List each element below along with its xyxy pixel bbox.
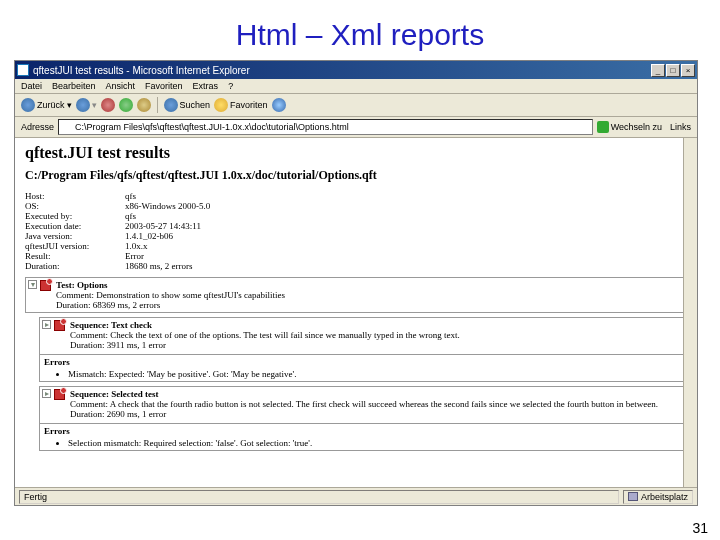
menu-item-file[interactable]: Datei [21,81,42,91]
table-row: qftestJUI version:1.0x.x [25,241,687,251]
report-subheading: C:/Program Files/qfs/qftest/qftest.JUI 1… [25,168,687,183]
errors-heading: Errors [44,357,682,367]
menu-item-extras[interactable]: Extras [193,81,219,91]
node-duration: Duration: 3911 ms, 1 error [70,340,166,350]
status-bar: Fertig Arbeitsplatz [15,487,697,505]
favorites-button[interactable]: Favoriten [214,98,268,112]
chevron-down-icon: ▾ [67,100,72,110]
close-button[interactable]: × [681,64,695,77]
window-title-text: qftestJUI test results - Microsoft Inter… [33,65,651,76]
vertical-scrollbar[interactable] [683,138,697,487]
search-button[interactable]: Suchen [164,98,211,112]
chevron-down-icon: ▾ [92,100,97,110]
home-icon[interactable] [137,98,151,112]
node-title: Sequence: Selected test [70,389,158,399]
computer-icon [628,492,638,501]
back-button[interactable]: Zurück ▾ [21,98,72,112]
node-comment: Comment: Demonstration to show some qfte… [56,290,285,300]
errors-block: Errors Mismatch: Expected: 'May be posit… [40,354,686,381]
status-text: Fertig [19,490,619,504]
content-area: qftest.JUI test results C:/Program Files… [15,138,697,487]
search-icon [164,98,178,112]
zone-label: Arbeitsplatz [641,492,688,502]
go-button[interactable]: Wechseln zu [597,121,662,133]
collapse-icon[interactable]: ▾ [28,280,37,289]
back-label: Zurück [37,100,65,110]
error-badge-icon [54,389,65,400]
errors-block: Errors Selection mismatch: Required sele… [40,423,686,450]
links-label[interactable]: Links [670,122,691,132]
table-row: OS:x86-Windows 2000-5.0 [25,201,687,211]
stop-icon[interactable] [101,98,115,112]
back-icon [21,98,35,112]
refresh-icon[interactable] [119,98,133,112]
slide-title: Html – Xml reports [0,0,720,60]
node-duration: Duration: 2690 ms, 1 error [70,409,166,419]
menu-bar: Datei Bearbeiten Ansicht Favoriten Extra… [15,79,697,94]
error-badge-icon [40,280,51,291]
minimize-button[interactable]: _ [651,64,665,77]
star-icon [214,98,228,112]
go-icon [597,121,609,133]
table-row: Java version:1.4.1_02-b06 [25,231,687,241]
table-row: Result:Error [25,251,687,261]
node-title: Sequence: Text check [70,320,152,330]
forward-icon [76,98,90,112]
report-heading: qftest.JUI test results [25,144,687,162]
error-item: Selection mismatch: Required selection: … [68,438,682,448]
menu-item-edit[interactable]: Bearbeiten [52,81,96,91]
table-row: Host:qfs [25,191,687,201]
page-icon [62,122,72,132]
menu-item-favorites[interactable]: Favoriten [145,81,183,91]
error-item: Mismatch: Expected: 'May be positive'. G… [68,369,682,379]
address-value: C:\Program Files\qfs\qftest\qftest.JUI-1… [75,122,349,132]
status-zone: Arbeitsplatz [623,490,693,504]
sequence-node: ▸ Sequence: Text check Comment: Check th… [39,317,687,382]
go-label: Wechseln zu [611,122,662,132]
browser-window: qftestJUI test results - Microsoft Inter… [14,60,698,506]
address-input[interactable]: C:\Program Files\qfs\qftest\qftest.JUI-1… [58,119,593,135]
node-duration: Duration: 68369 ms, 2 errors [56,300,160,310]
report-summary-table: Host:qfs OS:x86-Windows 2000-5.0 Execute… [25,191,687,271]
toolbar-separator [157,97,158,113]
error-badge-icon [54,320,65,331]
address-label: Adresse [21,122,54,132]
window-controls: _ □ × [651,64,695,77]
slide-number: 31 [692,520,708,536]
table-row: Executed by:qfs [25,211,687,221]
favorites-label: Favoriten [230,100,268,110]
node-comment: Comment: A check that the fourth radio b… [70,399,658,409]
forward-button[interactable]: ▾ [76,98,97,112]
table-row: Execution date:2003-05-27 14:43:11 [25,221,687,231]
address-bar: Adresse C:\Program Files\qfs\qftest\qfte… [15,117,697,138]
collapse-icon[interactable]: ▸ [42,320,51,329]
errors-heading: Errors [44,426,682,436]
search-label: Suchen [180,100,211,110]
toolbar: Zurück ▾ ▾ Suchen Favoriten [15,94,697,117]
sequence-node: ▸ Sequence: Selected test Comment: A che… [39,386,687,451]
node-title: Test: Options [56,280,107,290]
test-node: ▾ Test: Options Comment: Demonstration t… [25,277,687,313]
menu-item-help[interactable]: ? [228,81,233,91]
media-icon[interactable] [272,98,286,112]
window-titlebar: qftestJUI test results - Microsoft Inter… [15,61,697,79]
menu-item-view[interactable]: Ansicht [106,81,136,91]
maximize-button[interactable]: □ [666,64,680,77]
node-comment: Comment: Check the text of one of the op… [70,330,460,340]
collapse-icon[interactable]: ▸ [42,389,51,398]
table-row: Duration:18680 ms, 2 errors [25,261,687,271]
ie-icon [17,64,29,76]
